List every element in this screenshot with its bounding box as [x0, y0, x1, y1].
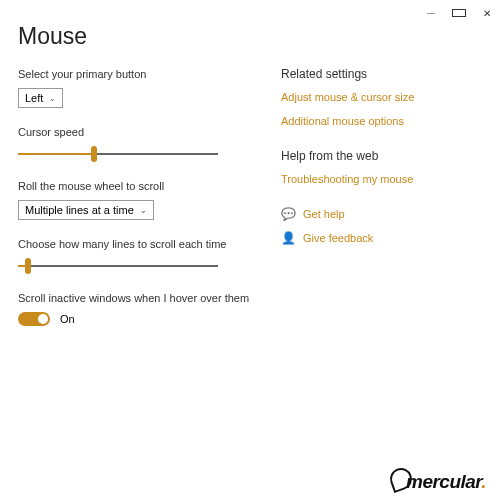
- lines-scroll-label: Choose how many lines to scroll each tim…: [18, 238, 253, 250]
- primary-button-label: Select your primary button: [18, 68, 253, 80]
- wheel-scroll-select[interactable]: Multiple lines at a time ⌄: [18, 200, 154, 220]
- chat-icon: 💬: [281, 207, 293, 221]
- side-panel: Related settings Adjust mouse & cursor s…: [253, 23, 482, 344]
- cursor-speed-label: Cursor speed: [18, 126, 253, 138]
- minimize-button[interactable]: [424, 8, 438, 19]
- cursor-speed-slider[interactable]: [18, 146, 218, 162]
- chevron-down-icon: ⌄: [140, 206, 147, 215]
- link-troubleshooting[interactable]: Troubleshooting my mouse: [281, 173, 482, 185]
- related-heading: Related settings: [281, 67, 482, 81]
- lines-scroll-slider[interactable]: [18, 258, 218, 274]
- close-button[interactable]: [480, 8, 494, 19]
- give-feedback-link[interactable]: 👤 Give feedback: [281, 231, 482, 245]
- webhelp-heading: Help from the web: [281, 149, 482, 163]
- link-adjust-cursor[interactable]: Adjust mouse & cursor size: [281, 91, 482, 103]
- page-title: Mouse: [18, 23, 253, 50]
- primary-button-value: Left: [25, 92, 43, 104]
- inactive-windows-toggle[interactable]: [18, 312, 50, 326]
- primary-button-select[interactable]: Left ⌄: [18, 88, 63, 108]
- wheel-scroll-label: Roll the mouse wheel to scroll: [18, 180, 253, 192]
- chevron-down-icon: ⌄: [49, 94, 56, 103]
- wheel-scroll-value: Multiple lines at a time: [25, 204, 134, 216]
- maximize-button[interactable]: [452, 8, 466, 19]
- main-panel: Mouse Select your primary button Left ⌄ …: [18, 23, 253, 344]
- feedback-icon: 👤: [281, 231, 293, 245]
- link-additional-options[interactable]: Additional mouse options: [281, 115, 482, 127]
- titlebar: [0, 0, 500, 19]
- inactive-windows-state: On: [60, 313, 75, 325]
- inactive-windows-label: Scroll inactive windows when I hover ove…: [18, 292, 253, 304]
- get-help-link[interactable]: 💬 Get help: [281, 207, 482, 221]
- mercular-logo: mercular.: [390, 471, 486, 494]
